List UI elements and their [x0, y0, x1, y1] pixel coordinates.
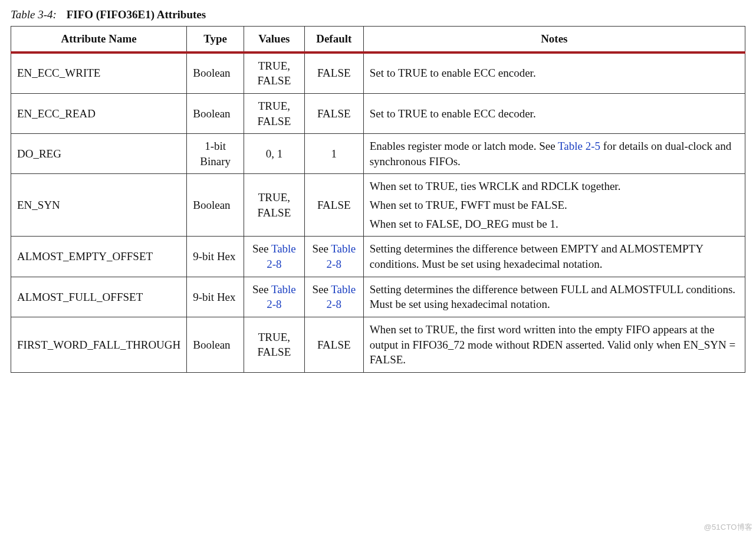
cell-type: Boolean: [187, 317, 244, 372]
table-row: FIRST_WORD_FALL_THROUGH Boolean TRUE, FA…: [11, 317, 745, 372]
link-table-2-8[interactable]: Table 2-8: [267, 283, 296, 311]
cell-default: 1: [304, 134, 363, 174]
cell-notes: Enables register mode or latch mode. See…: [363, 134, 745, 174]
col-attribute-name: Attribute Name: [11, 27, 187, 52]
cell-type: Boolean: [187, 52, 244, 94]
cell-notes: Setting determines the difference betwee…: [363, 277, 745, 317]
attributes-table: Attribute Name Type Values Default Notes…: [11, 26, 745, 373]
cell-default: FALSE: [304, 317, 363, 372]
table-row: DO_REG 1-bit Binary 0, 1 1 Enables regis…: [11, 134, 745, 174]
cell-type: 1-bit Binary: [187, 134, 244, 174]
col-notes: Notes: [363, 27, 745, 52]
cell-notes: Set to TRUE to enable ECC encoder.: [363, 52, 745, 94]
col-default: Default: [304, 27, 363, 52]
table-row: ALMOST_EMPTY_OFFSET 9-bit Hex See Table …: [11, 237, 745, 277]
cell-notes: Setting determines the difference betwee…: [363, 237, 745, 277]
cell-values: TRUE, FALSE: [244, 317, 304, 372]
link-table-2-5[interactable]: Table 2-5: [558, 140, 600, 152]
cell-attr: FIRST_WORD_FALL_THROUGH: [11, 317, 187, 372]
cell-type: 9-bit Hex: [187, 237, 244, 277]
cell-attr: DO_REG: [11, 134, 187, 174]
cell-text: See: [252, 242, 271, 255]
cell-attr: ALMOST_FULL_OFFSET: [11, 277, 187, 317]
table-row: EN_ECC_WRITE Boolean TRUE, FALSE FALSE S…: [11, 52, 745, 94]
cell-values: TRUE, FALSE: [244, 174, 304, 237]
table-row: EN_SYN Boolean TRUE, FALSE FALSE When se…: [11, 174, 745, 237]
cell-values: 0, 1: [244, 134, 304, 174]
cell-attr: EN_ECC_WRITE: [11, 52, 187, 94]
cell-notes: When set to TRUE, the first word written…: [363, 317, 745, 372]
cell-default: See Table 2-8: [304, 237, 363, 277]
cell-values: See Table 2-8: [244, 237, 304, 277]
cell-default: See Table 2-8: [304, 277, 363, 317]
cell-attr: EN_SYN: [11, 174, 187, 237]
header-row: Attribute Name Type Values Default Notes: [11, 27, 745, 52]
cell-notes: When set to TRUE, ties WRCLK and RDCLK t…: [363, 174, 745, 237]
cell-values: TRUE, FALSE: [244, 93, 304, 133]
caption-lead: Table 3-4:: [11, 8, 57, 21]
cell-default: FALSE: [304, 174, 363, 237]
caption-title: FIFO (FIFO36E1) Attributes: [67, 8, 206, 21]
cell-values: See Table 2-8: [244, 277, 304, 317]
table-caption: Table 3-4: FIFO (FIFO36E1) Attributes: [11, 8, 745, 21]
cell-values: TRUE, FALSE: [244, 52, 304, 94]
table-row: EN_ECC_READ Boolean TRUE, FALSE FALSE Se…: [11, 93, 745, 133]
link-table-2-8[interactable]: Table 2-8: [327, 242, 356, 270]
cell-type: Boolean: [187, 93, 244, 133]
cell-text: See: [252, 283, 271, 296]
table-row: ALMOST_FULL_OFFSET 9-bit Hex See Table 2…: [11, 277, 745, 317]
cell-attr: EN_ECC_READ: [11, 93, 187, 133]
cell-default: FALSE: [304, 52, 363, 94]
col-values: Values: [244, 27, 304, 52]
cell-notes: Set to TRUE to enable ECC decoder.: [363, 93, 745, 133]
cell-type: 9-bit Hex: [187, 277, 244, 317]
cell-text: See: [312, 242, 331, 255]
cell-text: See: [312, 283, 331, 296]
cell-attr: ALMOST_EMPTY_OFFSET: [11, 237, 187, 277]
cell-type: Boolean: [187, 174, 244, 237]
col-type: Type: [187, 27, 244, 52]
link-table-2-8[interactable]: Table 2-8: [267, 242, 296, 270]
link-table-2-8[interactable]: Table 2-8: [327, 283, 356, 311]
note-text: Enables register mode or latch mode. See: [370, 140, 558, 152]
cell-default: FALSE: [304, 93, 363, 133]
